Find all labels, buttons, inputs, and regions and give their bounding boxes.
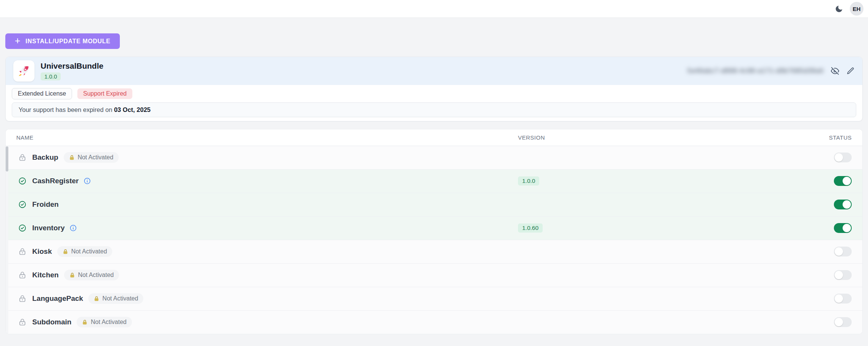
table-row: Subdomain Not Activated: [6, 310, 862, 334]
support-expired-notice: Your support has been expired on 03 Oct,…: [12, 102, 856, 117]
rocket-icon: [13, 60, 35, 82]
support-expired-badge: Support Expired: [77, 88, 132, 99]
scrollbar-thumb[interactable]: [6, 146, 8, 171]
modules-page: + INSTALL/UPDATE MODULE UniversalBundle: [0, 18, 868, 334]
gold-lock-icon: [69, 272, 75, 278]
install-update-module-button[interactable]: + INSTALL/UPDATE MODULE: [5, 33, 120, 49]
module-status-toggle[interactable]: [834, 223, 852, 233]
edit-pencil-icon: [846, 67, 855, 75]
version-badge: 1.0.60: [518, 223, 543, 233]
gold-lock-icon: [63, 249, 68, 255]
table-row: Kiosk Not Activated: [6, 240, 862, 263]
module-card: UniversalBundle 1.0.0 5e46abc7-d898-4c98…: [5, 57, 863, 121]
license-key-masked: 5e46abc7-d898-4c98-a171-d9b7685d39a6: [687, 67, 824, 75]
notice-date: 03 Oct, 2025: [114, 106, 151, 113]
install-button-label: INSTALL/UPDATE MODULE: [25, 38, 110, 45]
status-badge-label: Not Activated: [78, 272, 114, 278]
lock-icon: [18, 294, 27, 303]
module-name: Inventory: [32, 224, 65, 232]
status-badge-label: Not Activated: [78, 154, 113, 161]
table-row: CashRegister 1.0.0: [6, 169, 862, 193]
module-name: LanguagePack: [32, 294, 83, 303]
table-row: Froiden: [6, 193, 862, 216]
status-badge: Not Activated: [88, 293, 143, 304]
toggle-knob: [835, 153, 843, 162]
version-badge: 1.0.0: [518, 176, 539, 186]
lock-icon: [18, 247, 27, 256]
check-circle-icon: [18, 177, 27, 185]
modules-table-card: NAME VERSION STATUS Backup: [5, 129, 863, 334]
toggle-knob: [835, 318, 843, 326]
status-badge: Not Activated: [77, 317, 132, 327]
module-status-toggle[interactable]: [834, 247, 852, 256]
lock-icon: [18, 271, 27, 279]
gold-lock-icon: [94, 296, 99, 302]
module-name: Froiden: [32, 200, 59, 209]
avatar-initials: EH: [853, 6, 861, 12]
toggle-knob: [835, 271, 843, 279]
column-header-version: VERSION: [516, 129, 726, 146]
topbar: EH: [0, 0, 868, 18]
module-status-toggle[interactable]: [834, 153, 852, 162]
table-row: Kitchen Not Activated: [6, 263, 862, 287]
table-row: Inventory 1.0.60: [6, 216, 862, 240]
vertical-scrollbar[interactable]: [6, 146, 8, 334]
info-icon[interactable]: [69, 224, 77, 232]
status-badge-label: Not Activated: [91, 319, 126, 326]
plus-icon: +: [15, 36, 20, 46]
check-circle-icon: [18, 200, 27, 209]
theme-toggle-button[interactable]: [835, 5, 843, 13]
modules-table: NAME VERSION STATUS Backup: [6, 129, 862, 334]
module-name: CashRegister: [32, 177, 79, 185]
module-name: Subdomain: [32, 318, 71, 326]
gold-lock-icon: [69, 155, 75, 160]
status-badge-label: Not Activated: [71, 248, 107, 255]
gold-lock-icon: [82, 319, 88, 325]
status-badge: Not Activated: [64, 270, 119, 280]
table-header-row: NAME VERSION STATUS: [6, 129, 862, 146]
toggle-knob: [835, 294, 843, 303]
status-badge-label: Not Activated: [102, 295, 138, 302]
notice-text: Your support has been expired on: [19, 106, 112, 113]
moon-icon: [835, 5, 843, 13]
module-card-header: UniversalBundle 1.0.0 5e46abc7-d898-4c98…: [6, 57, 862, 85]
toggle-knob: [843, 224, 851, 232]
table-row: LanguagePack Not Activated: [6, 287, 862, 310]
status-badge: Not Activated: [64, 152, 119, 163]
column-header-status: STATUS: [726, 129, 862, 146]
module-status-toggle[interactable]: [834, 317, 852, 327]
module-name: Kitchen: [32, 271, 59, 279]
module-title: UniversalBundle: [41, 61, 104, 71]
module-table-body: Backup Not Activated: [6, 146, 862, 334]
check-circle-icon: [18, 224, 27, 232]
column-header-name: NAME: [6, 129, 516, 146]
toggle-license-visibility-button[interactable]: [831, 67, 839, 75]
status-badge: Not Activated: [57, 246, 112, 257]
avatar[interactable]: EH: [850, 2, 863, 16]
license-type-badge: Extended License: [12, 88, 72, 99]
module-name: Kiosk: [32, 247, 52, 256]
module-version-badge: 1.0.0: [41, 72, 61, 80]
edit-license-button[interactable]: [846, 67, 855, 75]
lock-icon: [18, 153, 27, 162]
toggle-knob: [843, 177, 851, 185]
lock-icon: [18, 318, 27, 326]
table-row: Backup Not Activated: [6, 146, 862, 169]
module-card-body: Extended License Support Expired Your su…: [6, 85, 862, 121]
info-icon[interactable]: [83, 177, 91, 185]
module-status-toggle[interactable]: [834, 294, 852, 304]
toggle-knob: [843, 200, 851, 209]
eye-off-icon: [831, 67, 839, 75]
module-status-toggle[interactable]: [834, 270, 852, 280]
toggle-knob: [835, 247, 843, 256]
module-status-toggle[interactable]: [834, 200, 852, 209]
module-status-toggle[interactable]: [834, 176, 852, 186]
module-name: Backup: [32, 153, 58, 162]
